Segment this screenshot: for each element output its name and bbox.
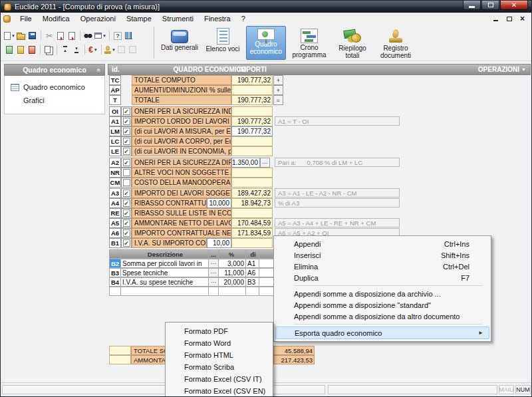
submenu-item-word[interactable]: Formato Word — [167, 337, 271, 349]
expand-button[interactable]: + — [273, 75, 283, 85]
save-icon[interactable] — [27, 31, 38, 41]
copy-items-icon[interactable] — [55, 31, 66, 41]
row-di-ref[interactable]: A6 — [246, 268, 259, 277]
row-description[interactable]: Somma per piccoli lavori in — [121, 259, 209, 268]
child-restore-button[interactable] — [504, 14, 514, 23]
row-description[interactable]: I.V.A. su spese tecniche — [121, 277, 209, 287]
row-value[interactable]: 171.834,59 — [231, 228, 273, 238]
paste-items-icon[interactable] — [66, 31, 77, 41]
menu-file[interactable]: File — [15, 13, 37, 24]
registro-documenti-button[interactable]: Registro documenti — [376, 26, 416, 60]
move-top-icon[interactable]: ▲ — [60, 45, 70, 55]
checkbox[interactable] — [123, 169, 130, 176]
menu-operazioni[interactable]: Operazioni — [75, 13, 121, 24]
menu-item-appendi-somme-standard[interactable]: Appendi somme a disposizione "standard" — [275, 299, 489, 311]
submenu-item-excel-csv-en[interactable]: Formato Excel (CSV EN) — [167, 385, 271, 397]
row-value[interactable]: 190.777,32 — [231, 116, 273, 126]
child-close-button[interactable]: × — [517, 14, 527, 23]
copy-pages-icon[interactable] — [43, 45, 54, 55]
row-di-ref[interactable]: B3 — [246, 277, 259, 287]
row-value[interactable]: 190.777,32 — [231, 95, 273, 105]
new-document-icon[interactable]: ▼ — [4, 31, 15, 41]
quadro-economico-button[interactable]: Quadro economico — [246, 26, 286, 60]
expand-button[interactable]: + — [273, 85, 283, 95]
subtable-row[interactable]: B2 Somma per piccoli lavori in ··· 3,000… — [109, 259, 274, 268]
row-value[interactable] — [231, 168, 273, 178]
row-id[interactable]: B3 — [109, 268, 121, 277]
percent-input[interactable]: 10,00 — [207, 238, 231, 248]
open-folder-icon[interactable] — [16, 31, 27, 41]
sidebar-header[interactable]: Quadro economico « — [4, 64, 105, 76]
menu-item-appendi-somme-altro[interactable]: Appendi somme a disposizione da altro do… — [275, 311, 489, 322]
checkbox[interactable]: ✔ — [123, 199, 130, 207]
menu-modifica[interactable]: Modifica — [37, 13, 75, 24]
checkbox[interactable]: ✔ — [123, 138, 130, 145]
row-value-input[interactable]: 1.350,00 — [231, 158, 260, 168]
stamp-tool-icon[interactable]: ▼ — [104, 45, 116, 55]
ellipsis-button[interactable]: ··· — [209, 277, 219, 287]
riepilogo-totali-button[interactable]: Riepilogo totali — [332, 26, 372, 60]
row-description[interactable]: Spese tecniche — [121, 268, 209, 277]
print-icon[interactable] — [27, 45, 37, 55]
row-value-input[interactable]: 190.777,32 — [231, 126, 273, 136]
submenu-item-html[interactable]: Formato HTML — [167, 349, 271, 361]
row-percent[interactable]: 3,000 — [219, 259, 246, 268]
row-value[interactable] — [231, 238, 273, 248]
checkbox[interactable]: ✔ — [123, 159, 130, 166]
menu-item-esporta-quadro[interactable]: Esporta quadro economico► — [275, 327, 489, 339]
import-green-icon[interactable] — [4, 45, 15, 55]
crono-programma-button[interactable]: Crono programma — [289, 26, 329, 60]
ellipsis-button[interactable]: ··· — [209, 259, 219, 268]
find-icon[interactable] — [83, 31, 94, 41]
checkbox[interactable] — [123, 179, 130, 186]
row-value[interactable] — [231, 85, 273, 95]
row-value[interactable]: 190.777,32 — [231, 75, 273, 85]
sidebar-item-grafici[interactable]: Grafici — [5, 94, 104, 107]
row-value[interactable] — [231, 178, 273, 188]
checkbox[interactable]: ✔ — [123, 128, 130, 135]
currency-euro-icon[interactable]: €▼ — [88, 45, 98, 55]
row-value[interactable]: 18.942,73 — [231, 198, 273, 208]
menu-strumenti[interactable]: Strumenti — [157, 13, 199, 24]
dati-generali-button[interactable]: Dati generali — [160, 26, 200, 60]
operazioni-dropdown[interactable]: OPERAZIONI▼ — [478, 66, 526, 73]
total-button[interactable]: = — [273, 95, 283, 105]
row-value[interactable] — [231, 136, 273, 146]
cut-icon[interactable]: ✂ — [44, 31, 55, 41]
submenu-item-scriba[interactable]: Formato Scriba — [167, 361, 271, 373]
menu-item-appendi[interactable]: AppendiCtrl+Ins — [275, 238, 489, 249]
checkbox[interactable]: ✔ — [123, 209, 130, 217]
checkbox[interactable]: ✔ — [123, 118, 130, 125]
child-minimize-button[interactable] — [491, 14, 501, 23]
elenco-voci-button[interactable]: Elenco voci — [203, 26, 243, 60]
row-id-selected[interactable]: B2 — [109, 259, 121, 268]
checkbox[interactable]: ✔ — [123, 148, 130, 155]
subtable-row[interactable]: B3 Spese tecniche ··· 11,000 A6 — [109, 268, 274, 277]
statistics-icon[interactable] — [124, 31, 134, 41]
menu-item-appendi-somme-archivio[interactable]: Appendi somme a disposizione da archivio… — [275, 288, 489, 299]
menu-help[interactable]: ? — [236, 13, 251, 24]
menu-item-inserisci[interactable]: InserisciShift+Ins — [275, 249, 489, 261]
checkbox[interactable]: ✔ — [123, 219, 130, 227]
close-button[interactable]: ✕ — [500, 1, 528, 10]
minimize-button[interactable] — [463, 1, 481, 10]
collapse-chevron-icon[interactable]: « — [96, 68, 103, 72]
menu-item-duplica[interactable]: DuplicaF7 — [275, 272, 489, 283]
percent-input[interactable]: 10,000 — [207, 198, 231, 208]
checkbox[interactable]: ✔ — [123, 108, 130, 115]
submenu-item-excel-csv-it[interactable]: Formato Excel (CSV IT) — [167, 373, 271, 385]
checkbox[interactable]: ✔ — [123, 190, 130, 197]
checkbox[interactable]: ✔ — [123, 229, 130, 237]
row-value[interactable] — [231, 106, 273, 116]
ellipsis-button[interactable]: ··· — [209, 268, 219, 277]
checkbox[interactable]: ✔ — [123, 239, 130, 247]
row-di-ref[interactable]: A1 — [246, 259, 259, 268]
row-value[interactable] — [231, 208, 273, 218]
sidebar-item-quadro-economico[interactable]: Quadro economico — [5, 80, 104, 94]
move-bottom-icon[interactable]: ▼ — [71, 45, 82, 55]
ellipsis-button[interactable]: ··· — [260, 158, 270, 168]
menu-stampe[interactable]: Stampe — [121, 13, 157, 24]
restore-button[interactable] — [481, 1, 499, 10]
menu-item-elimina[interactable]: EliminaCtrl+Del — [275, 261, 489, 272]
subtable-row[interactable]: B4 I.V.A. su spese tecniche ··· 20,000 B… — [109, 277, 274, 287]
